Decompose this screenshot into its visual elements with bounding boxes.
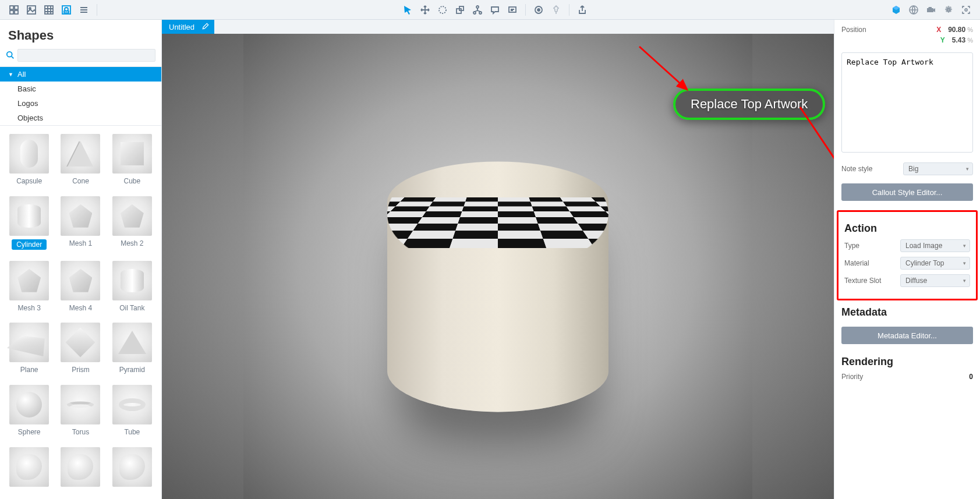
viewport-area: Untitled Replace Top Artwork: [162, 20, 834, 499]
shape-label: Mesh 2: [121, 239, 143, 247]
metadata-editor-button[interactable]: Metadata Editor...: [841, 327, 973, 344]
shape-item[interactable]: Mesh 1: [57, 196, 104, 250]
shape-item[interactable]: Mesh 2: [109, 196, 155, 250]
category-item[interactable]: Objects: [0, 111, 161, 125]
shape-item[interactable]: Capsule: [6, 134, 52, 186]
shape-item[interactable]: Torus: [57, 385, 104, 437]
action-section: Action Type Load Image▾ Material Cylinde…: [837, 210, 978, 300]
action-material-label: Material: [844, 259, 869, 267]
shape-label: Mesh 4: [69, 304, 92, 312]
callout-annotation[interactable]: Replace Top Artwork: [673, 89, 825, 120]
select-tool-icon[interactable]: [399, 2, 416, 18]
shape-item[interactable]: [57, 447, 104, 491]
svg-rect-28: [430, 201, 465, 206]
viewport-3d[interactable]: Replace Top Artwork: [162, 34, 834, 499]
category-list: AllBasicLogosObjects: [0, 66, 161, 125]
callout-style-editor-button[interactable]: Callout Style Editor...: [841, 183, 973, 201]
svg-rect-3: [15, 10, 18, 14]
sidebar-title: Shapes: [0, 20, 161, 49]
target-icon[interactable]: [530, 2, 547, 18]
svg-rect-41: [536, 217, 578, 224]
shape-label: Capsule: [16, 177, 42, 185]
shape-item[interactable]: Cone: [57, 134, 104, 186]
axis-x-label: X: [933, 26, 944, 34]
fullscreen-icon[interactable]: [958, 2, 974, 18]
shape-item[interactable]: Plane: [6, 323, 52, 374]
svg-point-14: [473, 12, 476, 14]
shape-item[interactable]: [109, 447, 155, 491]
category-item[interactable]: Basic: [0, 82, 161, 96]
shape-item[interactable]: Tube: [109, 385, 155, 437]
svg-rect-54: [588, 239, 608, 248]
svg-rect-23: [400, 197, 436, 201]
shape-label: Cylinder: [12, 239, 47, 250]
action-texture-slot-select[interactable]: Diffuse▾: [900, 274, 970, 287]
action-type-select[interactable]: Load Image▾: [900, 239, 970, 252]
shape-item[interactable]: [6, 447, 52, 491]
annotation-tool-icon[interactable]: [504, 2, 521, 18]
category-item[interactable]: All: [0, 67, 161, 82]
svg-rect-33: [532, 206, 570, 211]
gear-icon[interactable]: [940, 2, 957, 18]
metadata-title: Metadata: [841, 306, 973, 318]
shape-label: Torus: [72, 428, 89, 436]
document-tabs: Untitled: [162, 20, 834, 34]
camera-icon[interactable]: [923, 2, 939, 18]
move-tool-icon[interactable]: [417, 2, 433, 18]
shape-item[interactable]: Pyramid: [109, 323, 155, 374]
svg-rect-53: [498, 239, 546, 248]
svg-point-13: [476, 6, 479, 8]
svg-rect-49: [540, 231, 588, 239]
shape-search-input[interactable]: [17, 49, 155, 62]
cube-view-icon[interactable]: [888, 2, 904, 18]
top-toolbar: [0, 0, 980, 20]
hierarchy-tool-icon[interactable]: [469, 2, 486, 18]
note-style-select[interactable]: Big▾: [903, 162, 973, 175]
callout-text: Replace Top Artwork: [691, 97, 808, 111]
tab-label: Untitled: [169, 23, 194, 31]
panel-table-icon[interactable]: [41, 2, 57, 18]
comment-tool-icon[interactable]: [487, 2, 503, 18]
rotate-tool-icon[interactable]: [434, 2, 451, 18]
priority-value[interactable]: 0: [947, 373, 973, 381]
shapes-sidebar: Shapes AllBasicLogosObjects CapsuleConeC…: [0, 20, 162, 499]
pin-icon[interactable]: [548, 2, 564, 18]
shape-item[interactable]: Oil Tank: [109, 261, 155, 313]
svg-rect-31: [390, 206, 430, 211]
shape-label: Prism: [72, 366, 90, 374]
category-item[interactable]: Logos: [0, 96, 161, 111]
position-y-value[interactable]: 5.43: [952, 36, 965, 44]
action-type-label: Type: [844, 242, 859, 250]
svg-rect-30: [563, 201, 600, 206]
scale-tool-icon[interactable]: [452, 2, 468, 18]
svg-rect-1: [15, 6, 18, 9]
shape-item[interactable]: Cylinder: [6, 196, 52, 250]
action-texture-slot-label: Texture Slot: [844, 277, 881, 285]
shape-item[interactable]: Sphere: [6, 385, 52, 437]
svg-rect-2: [10, 10, 13, 14]
menu-icon[interactable]: [76, 2, 92, 18]
panel-layout-grid-icon[interactable]: [6, 2, 22, 18]
shape-item[interactable]: Prism: [57, 323, 104, 374]
globe-icon[interactable]: [905, 2, 922, 18]
shape-item[interactable]: Cube: [109, 134, 155, 186]
cylinder-object[interactable]: [387, 161, 608, 412]
shapes-panel-icon[interactable]: [58, 2, 75, 18]
svg-rect-48: [452, 231, 498, 239]
svg-rect-45: [498, 224, 540, 231]
position-x-value[interactable]: 90.80: [948, 26, 965, 34]
inspector-panel: Position X 90.80% Y 5.43% Note style Big…: [834, 20, 980, 499]
svg-point-18: [537, 9, 540, 11]
svg-point-20: [965, 9, 967, 11]
document-tab[interactable]: Untitled: [162, 20, 214, 34]
tab-edit-icon[interactable]: [201, 22, 210, 32]
shape-item[interactable]: Mesh 3: [6, 261, 52, 313]
svg-rect-9: [64, 11, 69, 13]
image-panel-icon[interactable]: [23, 2, 40, 18]
note-text-input[interactable]: [841, 52, 973, 153]
shape-label: Mesh 1: [69, 239, 92, 247]
shape-item[interactable]: Mesh 4: [57, 261, 104, 313]
share-icon[interactable]: [574, 2, 590, 18]
svg-rect-32: [462, 206, 498, 211]
action-material-select[interactable]: Cylinder Top▾: [900, 257, 970, 270]
